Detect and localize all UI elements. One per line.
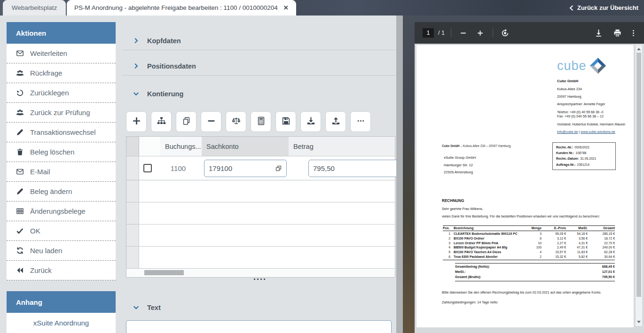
tab-label: PS-M Anordnung - abgelehnte Freigabe bea… <box>74 4 278 11</box>
upload-button[interactable] <box>325 111 346 132</box>
printer-icon <box>613 29 622 38</box>
buchungskreis-value: 1100 <box>160 164 196 172</box>
chevron-left-icon <box>569 5 573 11</box>
empty-table-row[interactable] <box>126 202 395 225</box>
action-beleg-löschen[interactable]: Beleg löschen <box>7 142 116 162</box>
invoice-meta-box: Rechn.-Nr.:0005/2021Kunden Nr.:108788Rec… <box>552 142 616 170</box>
actions-panel: Aktionen Weiterleiten Rückfrage Zurückle… <box>7 22 116 280</box>
pdf-scrollbar-thumb[interactable] <box>636 53 641 297</box>
more-vertical-icon <box>629 29 637 37</box>
betrag-input[interactable] <box>313 164 396 172</box>
email-link[interactable]: info@cube.de <box>557 130 578 134</box>
download-button[interactable] <box>300 111 321 132</box>
items-header-row: Pos. Bezeichnung Menge E.-Preis MwSt. Ge… <box>443 225 615 231</box>
upload-icon <box>331 116 340 127</box>
table-row: 1100 <box>126 156 395 180</box>
column-header-betrag[interactable]: Betrag <box>289 137 395 156</box>
column-header-buchungskreis[interactable]: Buchungs... <box>160 137 202 156</box>
sachkonto-input[interactable] <box>209 164 275 172</box>
chevron-right-icon <box>133 63 139 69</box>
recipient-name: xSuite Group GmbH <box>444 156 476 160</box>
company-contact: Ansprechpartner: Annette Feger <box>557 102 630 107</box>
website-link[interactable]: www.cube-solutions.de <box>581 130 615 134</box>
action-neu-laden[interactable]: Neu laden <box>7 241 116 261</box>
tab-webarbeitsplatz[interactable]: Webarbeitsplatz <box>3 0 66 15</box>
betrag-field-wrap <box>308 160 396 177</box>
attachment-link-xsuite-anordnung[interactable]: xSuite Anordnung <box>33 319 89 327</box>
scroll-up-arrow[interactable] <box>636 46 642 52</box>
pdf-toolbar: 1 / 1 <box>415 22 644 44</box>
hierarchy-button[interactable] <box>151 111 172 132</box>
remove-row-button[interactable] <box>201 111 221 132</box>
vertical-scrollbar[interactable] <box>396 15 403 333</box>
horizontal-scrollbar-thumb[interactable] <box>144 270 184 275</box>
action-rückfrage[interactable]: Rückfrage <box>7 63 116 83</box>
toolbar-separator <box>451 29 451 37</box>
ellipsis-icon <box>356 116 365 127</box>
action-e-mail[interactable]: E-Mail <box>7 162 116 182</box>
company-city: 20097 Hamburg <box>557 94 630 99</box>
meta-row: Rechn.-Datum:31.05.2021 <box>556 156 612 162</box>
print-button[interactable] <box>611 27 623 39</box>
recipient-address: xSuite Group GmbH Hamburger Str. 12 2292… <box>444 156 476 178</box>
empty-table-row[interactable] <box>126 180 395 202</box>
empty-table-row[interactable] <box>126 247 395 269</box>
row-gutter <box>126 247 139 268</box>
row-gutter <box>126 180 139 202</box>
zoom-in-button[interactable] <box>474 27 487 39</box>
total-row: Gesamt (Brutto):795,50 € <box>455 275 615 280</box>
invoice-item-row: 6Tesa 6300 Packband Abroller215,32 €5,82… <box>443 255 615 259</box>
value-help-icon[interactable] <box>275 165 282 172</box>
action-zurück-zur-prüfung[interactable]: Zurück zur Prüfung <box>7 103 116 123</box>
action-beleg-ändern[interactable]: Beleg ändern <box>7 182 116 201</box>
invoice-page: cube Cube GmbH Kubus-Allee 234 20097 Ham… <box>416 45 634 327</box>
zoom-out-button[interactable] <box>457 27 470 39</box>
invoice-items-table: Pos. Bezeichnung Menge E.-Preis MwSt. Ge… <box>443 225 615 260</box>
form-content: Kopfdaten Positionsdaten Kontierung Buch… <box>122 15 396 333</box>
section-kontierung[interactable]: Kontierung <box>122 86 396 101</box>
section-kopfdaten[interactable]: Kopfdaten <box>122 33 396 48</box>
company-name: Cube GmbH <box>557 79 630 84</box>
section-text[interactable]: Text <box>122 300 396 315</box>
rotate-button[interactable] <box>499 27 511 39</box>
row-gutter[interactable] <box>126 156 139 180</box>
copy-row-button[interactable] <box>176 111 196 132</box>
pdf-scrollbar[interactable] <box>636 45 642 326</box>
cube-diamond-icon <box>589 57 606 74</box>
logo-text: cube <box>557 59 587 73</box>
save-button[interactable] <box>275 111 296 132</box>
text-input[interactable] <box>126 320 392 333</box>
chevron-down-icon <box>133 304 139 310</box>
invoice-item-row: 3Lerzen Ordner PP 80mm Pink102,27 €4,31 … <box>443 241 615 246</box>
checkbox-column-header <box>139 137 160 156</box>
action-ok[interactable]: OK <box>7 221 116 241</box>
action-transaktionswechsel[interactable]: Transaktionswechsel <box>7 123 116 142</box>
back-to-overview-link[interactable]: Zurück zur Übersicht <box>569 0 638 15</box>
resize-handle[interactable] <box>254 279 265 280</box>
add-row-button[interactable] <box>126 111 147 132</box>
empty-table-row[interactable] <box>126 225 395 247</box>
horizontal-scrollbar[interactable] <box>126 269 395 277</box>
action-zurück[interactable]: Zurück <box>7 261 116 280</box>
invoice-item-row: 1CLEARTEX Bodenschutzmatte 89X119 PC395,… <box>443 232 615 236</box>
total-row: MwSt.:127,01 € <box>455 270 615 275</box>
action-änderungsbelege[interactable]: Änderungsbelege <box>7 201 116 221</box>
section-label: Positionsdaten <box>147 62 196 70</box>
action-zurücklegen[interactable]: Zurücklegen <box>7 83 116 103</box>
column-header-sachkonto[interactable]: Sachkonto <box>202 137 289 156</box>
more-button[interactable] <box>350 111 371 132</box>
row-checkbox[interactable] <box>143 164 152 172</box>
kontierung-table: Buchungs... Sachkonto Betrag 1100 <box>126 136 395 278</box>
calculate-button[interactable] <box>251 111 271 132</box>
tab-document[interactable]: PS-M Anordnung - abgelehnte Freigabe bea… <box>67 0 296 15</box>
balance-button[interactable] <box>226 111 246 132</box>
more-options-button[interactable] <box>627 27 639 39</box>
download-button[interactable] <box>592 27 605 39</box>
close-icon[interactable]: ✕ <box>283 4 289 11</box>
scroll-down-arrow[interactable] <box>636 319 642 325</box>
row-gutter-header <box>126 137 139 156</box>
page-number-input[interactable]: 1 <box>423 28 434 38</box>
section-positionsdaten[interactable]: Positionsdaten <box>122 58 396 74</box>
action-weiterleiten[interactable]: Weiterleiten <box>7 44 116 63</box>
empty-rows <box>126 180 395 269</box>
